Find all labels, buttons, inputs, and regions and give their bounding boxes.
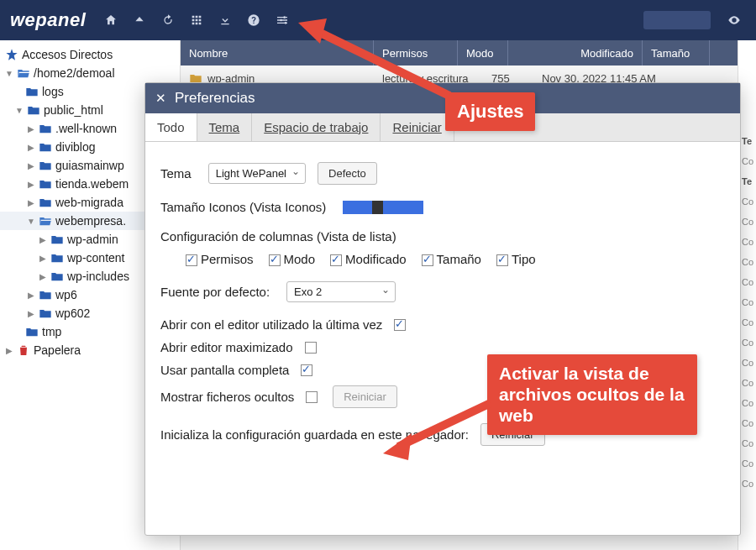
sidebar-label: public_html: [44, 103, 103, 117]
sidebar-label: tmp: [42, 325, 61, 338]
grid-icon[interactable]: [185, 8, 208, 32]
sidebar-label: logs: [42, 85, 64, 98]
rs-c: Co: [738, 151, 756, 171]
colconfig-label: Configuración de columnas (Vista de list…: [160, 229, 725, 244]
tab-todo[interactable]: Todo: [145, 113, 197, 141]
sidebar-label: wp602: [55, 306, 90, 320]
sidebar-label: webempresa.: [55, 214, 126, 228]
settings-icon[interactable]: [270, 8, 294, 32]
rs-hdr2: Te: [738, 171, 756, 191]
hidden-checkbox[interactable]: [306, 391, 318, 403]
close-icon[interactable]: ✕: [155, 91, 166, 106]
sidebar-label: wp-includes: [67, 270, 129, 283]
rs-hdr: Te: [738, 131, 756, 151]
cb-modo[interactable]: Modo: [269, 252, 316, 266]
rs-c: Co: [738, 232, 756, 252]
modal-body: Tema Light WePanel Defecto Tamaño Iconos…: [145, 142, 740, 535]
col-permisos[interactable]: Permisos: [374, 40, 458, 65]
svg-point-2: [285, 22, 287, 24]
maxeditor-label: Abrir editor maximizado: [160, 340, 293, 354]
rs-c: Co: [738, 333, 756, 353]
rs-c: Co: [738, 212, 756, 232]
th-label: Modificado: [580, 47, 633, 60]
rs-c: Co: [738, 373, 756, 393]
home-icon[interactable]: [99, 8, 123, 32]
tema-label: Tema: [160, 166, 192, 181]
maxeditor-checkbox[interactable]: [305, 342, 317, 354]
help-icon[interactable]: [242, 8, 265, 32]
callout-hidden: Activar la vista de archivos ocultos de …: [487, 354, 697, 435]
sidebar-label: Accesos Directos: [22, 48, 113, 61]
rs-c: Co: [738, 474, 756, 494]
cb-tipo[interactable]: Tipo: [496, 252, 536, 266]
svg-point-0: [284, 16, 286, 18]
rs-c: Co: [738, 453, 756, 474]
cb-tamano[interactable]: Tamaño: [422, 252, 481, 266]
topbar: wepanel: [0, 0, 756, 40]
sidebar-label: web-migrada: [55, 196, 123, 209]
col-nombre[interactable]: Nombre: [181, 40, 374, 65]
refresh-icon[interactable]: [156, 8, 180, 32]
iconsize-slider[interactable]: [343, 201, 423, 214]
up-icon[interactable]: [128, 8, 151, 32]
modal-title: Preferencias: [175, 90, 255, 107]
col-modificado[interactable]: Modificado: [508, 40, 643, 65]
hidden-reset-button[interactable]: Reiniciar: [333, 385, 397, 408]
rs-c: Co: [738, 292, 756, 312]
init-label: Inicializa la configuración guardada en …: [160, 427, 469, 442]
sidebar-label: wp6: [55, 288, 77, 301]
sidebar-root[interactable]: ▼ /home2/demoal: [0, 64, 180, 82]
tab-espacio[interactable]: Espacio de trabajo: [252, 113, 381, 141]
rs-c: Co: [738, 272, 756, 292]
fullscreen-label: Usar pantalla completa: [160, 363, 289, 377]
search-input[interactable]: [643, 11, 711, 29]
rs-c: Co: [738, 413, 756, 433]
sidebar-label: wp-content: [67, 251, 124, 265]
col-modo[interactable]: Modo: [458, 40, 508, 65]
th-label: Permisos: [382, 47, 428, 60]
modal-tabs: Todo Tema Espacio de trabajo Reiniciar: [145, 113, 740, 142]
sidebar-label: Papelera: [34, 343, 81, 357]
sidebar-label: .well-known: [55, 122, 117, 135]
defecto-button[interactable]: Defecto: [318, 162, 377, 185]
download-icon[interactable]: [213, 8, 237, 32]
th-label: Nombre: [189, 47, 228, 60]
sidebar-label: diviblog: [55, 140, 95, 154]
eye-icon[interactable]: [722, 8, 746, 32]
svg-point-1: [281, 19, 283, 22]
brand-logo: wepanel: [10, 9, 86, 31]
table-header: Nombre Permisos Modo Modificado Tamaño: [181, 40, 756, 65]
font-select[interactable]: Exo 2: [286, 281, 396, 302]
callout-ajustes: Ajustes: [445, 92, 535, 131]
th-label: Modo: [466, 47, 494, 60]
lasteditor-checkbox[interactable]: [394, 319, 406, 331]
cb-modificado[interactable]: Modificado: [330, 252, 407, 266]
tema-select[interactable]: Light WePanel: [208, 163, 306, 184]
modal-titlebar[interactable]: ✕ Preferencias: [145, 83, 740, 113]
tab-tema[interactable]: Tema: [197, 113, 253, 141]
fullscreen-checkbox[interactable]: [301, 364, 312, 376]
rs-c: Co: [738, 252, 756, 272]
tab-reiniciar[interactable]: Reiniciar: [381, 113, 454, 141]
sidebar-shortcuts[interactable]: Accesos Directos: [0, 45, 180, 64]
preferences-modal: ✕ Preferencias Todo Tema Espacio de trab…: [144, 82, 741, 536]
rs-c: Co: [738, 433, 756, 453]
rs-c: Co: [738, 393, 756, 413]
col-tamano[interactable]: Tamaño: [643, 40, 710, 65]
font-label: Fuente por defecto:: [160, 285, 270, 299]
cb-permisos[interactable]: Permisos: [186, 252, 254, 266]
rs-c: Co: [738, 312, 756, 333]
hidden-label: Mostrar ficheros ocultos: [160, 390, 294, 404]
rs-c: Co: [738, 353, 756, 373]
rs-c: Co: [738, 191, 756, 212]
th-label: Tamaño: [651, 47, 690, 60]
sidebar-label: wp-admin: [67, 233, 118, 246]
sidebar-label: guiasmainwp: [55, 159, 124, 172]
sidebar-label: tienda.webem: [55, 177, 129, 191]
iconsize-label: Tamaño Iconos (Vista Iconos): [160, 200, 326, 214]
lasteditor-label: Abrir con el editor utilizado la última …: [160, 317, 382, 332]
sidebar-label: /home2/demoal: [34, 66, 115, 80]
